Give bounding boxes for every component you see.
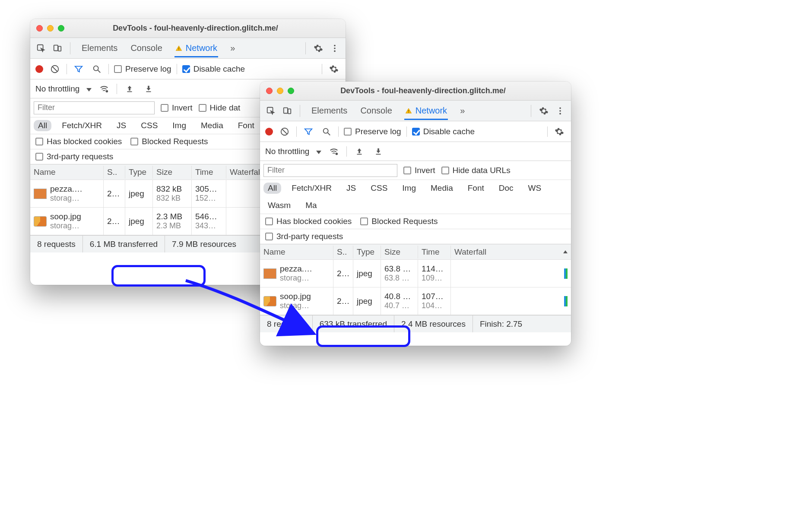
wifi-icon[interactable] [98, 82, 111, 95]
gear-icon[interactable] [312, 42, 325, 55]
type-img[interactable]: Img [398, 183, 420, 194]
device-toggle-icon[interactable] [281, 104, 294, 117]
col-type[interactable]: Type [353, 246, 381, 259]
download-icon[interactable] [142, 82, 155, 95]
type-css[interactable]: CSS [136, 120, 162, 131]
cell-name: pezza.… [50, 184, 82, 194]
blocked-requests-checkbox[interactable]: Blocked Requests [130, 137, 208, 146]
preserve-log-label: Preserve log [125, 64, 171, 74]
clear-icon[interactable] [278, 125, 291, 138]
inspect-icon[interactable] [264, 104, 277, 117]
search-icon[interactable] [90, 63, 103, 76]
search-icon[interactable] [320, 125, 333, 138]
filter-input[interactable] [34, 101, 155, 114]
kebab-icon[interactable] [554, 104, 567, 117]
blocked-cookies-checkbox[interactable]: Has blocked cookies [35, 137, 122, 146]
throttle-select[interactable]: No throttling [265, 147, 321, 156]
type-js[interactable]: JS [342, 183, 360, 194]
blocked-cookies-checkbox[interactable]: Has blocked cookies [265, 217, 352, 226]
gear-icon[interactable] [537, 104, 550, 117]
type-doc[interactable]: Doc [495, 183, 518, 194]
zoom-icon[interactable] [288, 88, 294, 94]
cell-time: 546… [195, 212, 222, 221]
window-title: DevTools - foul-heavenly-direction.glitc… [73, 24, 339, 33]
close-icon[interactable] [266, 88, 273, 94]
zoom-icon[interactable] [58, 25, 64, 32]
upload-icon[interactable] [353, 145, 366, 158]
invert-checkbox[interactable]: Invert [161, 103, 193, 113]
table-header[interactable]: Name S.. Type Size Time Waterfall [260, 244, 571, 260]
type-ws[interactable]: WS [524, 183, 546, 194]
col-size[interactable]: Size [381, 246, 418, 259]
close-icon[interactable] [36, 25, 43, 32]
col-size[interactable]: Size [153, 166, 192, 179]
hide-data-urls-checkbox[interactable]: Hide dat [199, 103, 241, 113]
type-media[interactable]: Media [197, 120, 228, 131]
status-finish: Finish: 2.75 [473, 315, 529, 332]
clear-icon[interactable] [48, 63, 61, 76]
col-name[interactable]: Name [30, 166, 104, 179]
minimize-icon[interactable] [277, 88, 283, 94]
type-all[interactable]: All [34, 120, 51, 131]
traffic-lights[interactable] [36, 25, 64, 32]
tab-network[interactable]: Network [174, 39, 218, 57]
col-status[interactable]: S.. [333, 246, 353, 259]
record-icon[interactable] [265, 128, 273, 136]
col-type[interactable]: Type [125, 166, 153, 179]
type-css[interactable]: CSS [366, 183, 392, 194]
preserve-log-checkbox[interactable]: Preserve log [114, 64, 171, 74]
type-js[interactable]: JS [112, 120, 130, 131]
inspect-icon[interactable] [35, 42, 48, 55]
table-row[interactable]: pezza.…storag… 2… jpeg 63.8 …63.8 … 114…… [260, 260, 571, 287]
disable-cache-checkbox[interactable]: Disable cache [182, 64, 245, 74]
throttle-select[interactable]: No throttling [35, 84, 92, 94]
titlebar[interactable]: DevTools - foul-heavenly-direction.glitc… [260, 82, 571, 101]
type-media[interactable]: Media [426, 183, 457, 194]
svg-point-5 [334, 44, 336, 46]
type-font[interactable]: Font [463, 183, 488, 194]
col-time[interactable]: Time [192, 166, 226, 179]
tab-overflow[interactable]: » [229, 39, 236, 57]
warning-icon [405, 107, 413, 114]
third-party-checkbox[interactable]: 3rd-party requests [35, 152, 113, 161]
filter-icon[interactable] [302, 125, 315, 138]
tab-elements[interactable]: Elements [311, 101, 348, 120]
type-fetch[interactable]: Fetch/XHR [287, 183, 336, 194]
tab-overflow[interactable]: » [459, 101, 466, 120]
col-status[interactable]: S.. [104, 166, 125, 179]
tab-console[interactable]: Console [130, 39, 163, 57]
titlebar[interactable]: DevTools - foul-heavenly-direction.glitc… [30, 19, 346, 38]
disable-cache-checkbox[interactable]: Disable cache [412, 127, 475, 136]
type-font[interactable]: Font [234, 120, 259, 131]
tab-console[interactable]: Console [359, 101, 393, 120]
tab-network[interactable]: Network [404, 101, 448, 120]
upload-icon[interactable] [123, 82, 136, 95]
kebab-icon[interactable] [328, 42, 341, 55]
network-settings-icon[interactable] [327, 63, 340, 76]
record-icon[interactable] [35, 65, 43, 73]
wifi-icon[interactable] [327, 145, 340, 158]
filter-input[interactable] [263, 164, 397, 177]
hide-data-urls-checkbox[interactable]: Hide data URLs [441, 166, 511, 175]
col-waterfall[interactable]: Waterfall [451, 246, 571, 259]
type-all[interactable]: All [263, 183, 281, 194]
type-manifest[interactable]: Ma [301, 200, 321, 211]
type-img[interactable]: Img [168, 120, 190, 131]
download-icon[interactable] [372, 145, 385, 158]
col-name[interactable]: Name [260, 246, 333, 259]
preserve-log-checkbox[interactable]: Preserve log [344, 127, 401, 136]
blocked-requests-checkbox[interactable]: Blocked Requests [360, 217, 438, 226]
minimize-icon[interactable] [47, 25, 54, 32]
third-party-checkbox[interactable]: 3rd-party requests [265, 232, 343, 241]
type-wasm[interactable]: Wasm [263, 200, 295, 211]
traffic-lights[interactable] [266, 88, 294, 94]
network-settings-icon[interactable] [553, 125, 566, 138]
table-row[interactable]: soop.jpgstorag… 2… jpeg 40.8 …40.7 … 107… [260, 287, 571, 315]
type-fetch[interactable]: Fetch/XHR [57, 120, 106, 131]
network-table: Name S.. Type Size Time Waterfall pezza.… [260, 244, 571, 315]
tab-elements[interactable]: Elements [81, 39, 118, 57]
filter-icon[interactable] [72, 63, 85, 76]
col-time[interactable]: Time [418, 246, 451, 259]
invert-checkbox[interactable]: Invert [403, 166, 435, 175]
device-toggle-icon[interactable] [51, 42, 64, 55]
